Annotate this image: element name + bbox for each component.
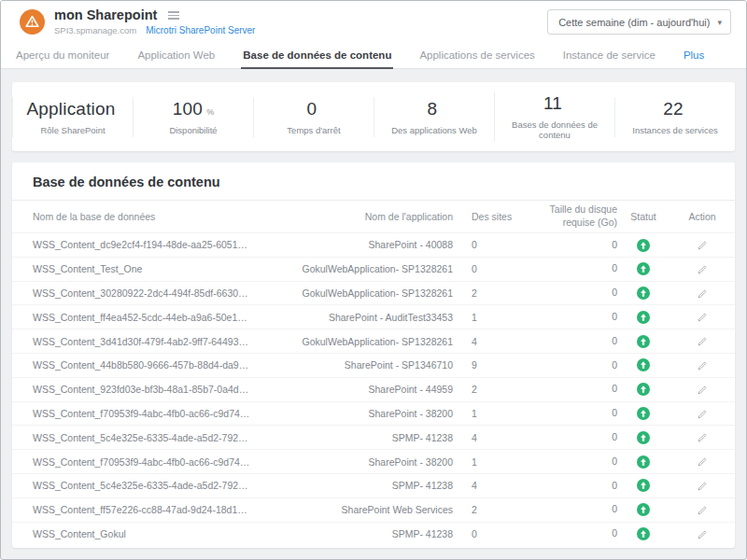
page-title: mon Sharepoint (54, 7, 157, 23)
status-up-icon (637, 431, 650, 444)
tab-item[interactable]: Aperçu du moniteur (14, 43, 111, 69)
app-name-cell: SharePoint - SP1346710 (252, 359, 453, 371)
status-up-icon (637, 262, 650, 275)
time-range-value: Cette semaine (dim - aujourd'hui) (558, 17, 710, 28)
status-cell (617, 527, 669, 540)
menu-icon[interactable] (166, 9, 181, 21)
table-row: WSS_Content_ff4ea452-5cdc-44eb-a9a6-50e1… (12, 304, 735, 329)
stat-item: Application Rôle SharePoint (12, 97, 133, 137)
col-header-action: Action (669, 211, 735, 222)
server-type-link[interactable]: Microtri SharePoint Server (146, 25, 255, 36)
disk-size-cell: 0 (520, 503, 617, 516)
app-name-cell: SharePoint - 44959 (252, 384, 453, 395)
sites-cell: 4 (453, 336, 520, 347)
chevron-down-icon: ▾ (717, 18, 722, 27)
edit-pencil-icon[interactable] (697, 264, 708, 275)
monitor-warning-logo-icon (20, 9, 45, 35)
stat-label: Disponibilité (137, 125, 249, 135)
edit-pencil-icon[interactable] (697, 529, 708, 540)
status-up-icon (637, 407, 650, 420)
db-name-cell: WSS_Content_dc9e2cf4-f194-48de-aa25-6051… (12, 239, 252, 250)
status-up-icon (637, 358, 650, 371)
status-cell (617, 479, 669, 492)
app-name-cell: GokulWebApplication- SP1328261 (252, 287, 453, 299)
status-up-icon (637, 455, 650, 469)
edit-pencil-icon[interactable] (697, 432, 708, 443)
edit-pencil-icon[interactable] (697, 312, 708, 323)
app-name-cell: SharePoint Web Services (252, 504, 453, 515)
status-up-icon (637, 383, 650, 396)
sites-cell: 1 (453, 312, 520, 323)
table-row: WSS_Content_5c4e325e-6335-4ade-a5d2-792a… (12, 473, 735, 497)
stat-value: 22 (663, 99, 684, 119)
app-name-cell: SharePoint - AuditTest33453 (252, 312, 453, 323)
action-cell (669, 263, 735, 275)
stat-item: 22 Instances de services (614, 97, 735, 137)
disk-size-cell: 0 (520, 359, 617, 372)
table-row: WSS_Content_5c4e325e-6335-4ade-a5d2-792a… (12, 425, 735, 449)
action-cell (669, 239, 735, 251)
action-cell (669, 431, 735, 443)
app-name-cell: GokulWebApplication- SP1328261 (252, 263, 453, 274)
action-cell (669, 311, 735, 323)
action-cell (669, 480, 735, 492)
status-up-icon (637, 503, 650, 516)
db-name-cell: WSS_Content_f70953f9-4abc-4fb0-ac66-c9d7… (12, 456, 252, 468)
edit-pencil-icon[interactable] (697, 481, 708, 492)
stat-suffix: % (206, 107, 214, 117)
col-header-db-name: Nom de la base de données (12, 211, 252, 222)
stat-item: 11 Bases de données de contenu (494, 91, 614, 142)
sites-cell: 4 (453, 432, 520, 443)
edit-pencil-icon[interactable] (697, 360, 708, 371)
action-cell (669, 407, 735, 419)
edit-pencil-icon[interactable] (697, 456, 708, 468)
disk-size-cell: 0 (520, 287, 617, 300)
stat-value: 0 (307, 99, 317, 119)
tab-item[interactable]: Plus (682, 43, 706, 69)
action-cell (669, 455, 735, 468)
disk-size-cell: 0 (520, 407, 617, 420)
edit-pencil-icon[interactable] (697, 240, 708, 251)
status-up-icon (637, 479, 650, 492)
db-name-cell: WSS_Content_5c4e325e-6335-4ade-a5d2-792a… (12, 480, 252, 491)
edit-pencil-icon[interactable] (697, 409, 708, 420)
app-name-cell: SPMP- 41238 (252, 528, 453, 539)
db-name-cell: WSS_Content_ff4ea452-5cdc-44eb-a9a6-50e1… (12, 312, 252, 323)
stat-label: Temps d'arrêt (258, 125, 370, 135)
edit-pencil-icon[interactable] (697, 385, 708, 396)
table-row: WSS_Content_f70953f9-4abc-4fb0-ac66-c9d7… (12, 449, 735, 473)
action-cell (669, 504, 735, 516)
edit-pencil-icon[interactable] (697, 336, 708, 347)
time-range-select[interactable]: Cette semaine (dim - aujourd'hui) ▾ (547, 9, 731, 35)
action-cell (669, 359, 735, 371)
table-body: WSS_Content_dc9e2cf4-f194-48de-aa25-6051… (12, 232, 735, 548)
tab-item[interactable]: Applications de services (417, 43, 536, 69)
edit-pencil-icon[interactable] (697, 288, 708, 300)
app-window: mon Sharepoint SPI3.spmanage.com Microtr… (0, 0, 747, 560)
status-cell (617, 238, 669, 251)
col-header-app-name: Nom de l'application (252, 211, 453, 222)
disk-size-cell: 0 (520, 239, 617, 252)
table-row: WSS_Content_dc9e2cf4-f194-48de-aa25-6051… (12, 232, 735, 257)
tab-item[interactable]: Base de données de contenu (241, 43, 393, 69)
action-cell (669, 384, 735, 396)
table-row: WSS_Content_ff57e226-cc88-47ad-9d24-18d1… (12, 497, 735, 522)
tab-item[interactable]: Application Web (135, 43, 217, 69)
app-name-cell: SharePoint - 40088 (252, 239, 453, 250)
sites-cell: 9 (453, 359, 520, 371)
db-name-cell: WSS_Content_44b8b580-9666-457b-88d4-da9e… (12, 359, 252, 371)
db-name-cell: WSS_Content_Test_One (12, 263, 252, 274)
status-cell (617, 503, 669, 516)
col-header-sites: Des sites (453, 211, 520, 222)
table-row: WSS_Content_Gokul SPMP- 41238 0 0 (12, 522, 735, 546)
db-name-cell: WSS_Content_f70953f9-4abc-4fb0-ac66-c9d7… (12, 408, 252, 419)
edit-pencil-icon[interactable] (697, 505, 708, 516)
status-up-icon (637, 311, 650, 324)
status-cell (617, 287, 669, 300)
stat-label: Rôle SharePoint (17, 125, 129, 135)
db-name-cell: WSS_Content_ff57e226-cc88-47ad-9d24-18d1… (12, 504, 252, 515)
status-up-icon (637, 239, 650, 252)
stat-value: 8 (428, 99, 438, 119)
tab-item[interactable]: Instance de service (561, 43, 657, 69)
sites-cell: 2 (453, 287, 520, 299)
